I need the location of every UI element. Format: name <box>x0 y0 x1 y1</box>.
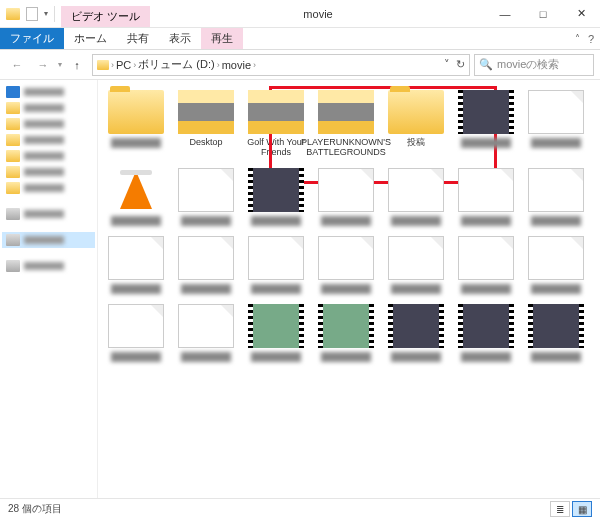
folder-icon <box>178 90 234 134</box>
document-icon <box>108 236 164 280</box>
video-item[interactable] <box>452 302 520 364</box>
ribbon-expand-icon[interactable]: ˄ <box>575 33 580 44</box>
item-label <box>461 216 511 226</box>
document-icon <box>528 168 584 212</box>
video-item[interactable] <box>312 302 380 364</box>
app-item[interactable] <box>102 166 170 228</box>
folder-item[interactable]: Desktop <box>172 88 240 160</box>
file-grid[interactable]: DesktopGolf With Your FriendsPLAYERUNKNO… <box>98 80 600 498</box>
tree-item[interactable] <box>2 132 95 148</box>
file-item[interactable] <box>522 88 590 160</box>
item-label <box>321 352 371 362</box>
file-item[interactable] <box>522 166 590 228</box>
video-thumb-icon <box>458 90 514 134</box>
breadcrumb-pc[interactable]: PC <box>116 59 131 71</box>
address-bar[interactable]: › PC › ボリューム (D:) › movie › ˅ ↻ <box>92 54 470 76</box>
view-details-button[interactable]: ≣ <box>550 501 570 517</box>
video-thumb-icon <box>528 304 584 348</box>
navbar: ← → ▾ ↑ › PC › ボリューム (D:) › movie › ˅ ↻ … <box>0 50 600 80</box>
document-icon <box>388 168 444 212</box>
tab-share[interactable]: 共有 <box>117 28 159 49</box>
minimize-button[interactable]: — <box>486 0 524 28</box>
file-item[interactable] <box>312 166 380 228</box>
chevron-right-icon[interactable]: › <box>133 60 136 70</box>
video-thumb-icon <box>388 304 444 348</box>
item-label <box>531 216 581 226</box>
file-item[interactable] <box>102 234 170 296</box>
tree-item[interactable] <box>2 116 95 132</box>
chevron-right-icon[interactable]: › <box>253 60 256 70</box>
item-label <box>531 352 581 362</box>
file-item[interactable] <box>242 234 310 296</box>
file-item[interactable] <box>452 234 520 296</box>
back-button[interactable]: ← <box>6 54 28 76</box>
ribbon: ファイル ホーム 共有 表示 再生 ˄ ? <box>0 28 600 50</box>
file-item[interactable] <box>522 234 590 296</box>
window-title: movie <box>150 8 486 20</box>
maximize-button[interactable]: □ <box>524 0 562 28</box>
folder-item[interactable]: 投稿 <box>382 88 450 160</box>
file-item[interactable] <box>382 234 450 296</box>
item-label: 投稿 <box>407 138 425 148</box>
video-item[interactable] <box>242 166 310 228</box>
chevron-right-icon[interactable]: › <box>111 60 114 70</box>
tab-playback[interactable]: 再生 <box>201 28 243 49</box>
star-icon <box>6 86 20 98</box>
folder-icon <box>6 150 20 162</box>
history-dropdown-icon[interactable]: ▾ <box>58 60 62 69</box>
breadcrumb-volume[interactable]: ボリューム (D:) <box>138 57 214 72</box>
tree-item[interactable] <box>2 100 95 116</box>
item-label <box>391 352 441 362</box>
item-label <box>461 352 511 362</box>
tab-view[interactable]: 表示 <box>159 28 201 49</box>
video-thumb-icon <box>318 304 374 348</box>
item-label <box>111 352 161 362</box>
chevron-right-icon[interactable]: › <box>217 60 220 70</box>
folder-icon <box>6 118 20 130</box>
item-label <box>181 216 231 226</box>
file-item[interactable] <box>382 166 450 228</box>
folder-icon <box>388 90 444 134</box>
video-item[interactable] <box>522 302 590 364</box>
qat-properties-icon[interactable] <box>26 7 38 21</box>
video-item[interactable] <box>382 302 450 364</box>
close-button[interactable]: ✕ <box>562 0 600 28</box>
folder-item[interactable] <box>102 88 170 160</box>
tree-item[interactable] <box>2 164 95 180</box>
tab-home[interactable]: ホーム <box>64 28 117 49</box>
qat-dropdown-icon[interactable]: ▾ <box>44 9 48 18</box>
file-item[interactable] <box>452 166 520 228</box>
item-label <box>321 216 371 226</box>
file-item[interactable] <box>172 166 240 228</box>
tree-item[interactable] <box>2 148 95 164</box>
tab-file[interactable]: ファイル <box>0 28 64 49</box>
up-button[interactable]: ↑ <box>66 54 88 76</box>
document-icon <box>458 236 514 280</box>
folder-item[interactable]: PLAYERUNKNOWN'S BATTLEGROUNDS <box>312 88 380 160</box>
address-dropdown-icon[interactable]: ˅ <box>444 58 450 71</box>
tree-item-selected[interactable] <box>2 232 95 248</box>
file-item[interactable] <box>312 234 380 296</box>
file-item[interactable] <box>172 234 240 296</box>
video-item[interactable] <box>452 88 520 160</box>
file-item[interactable] <box>102 302 170 364</box>
nav-tree[interactable] <box>0 80 98 498</box>
breadcrumb-movie[interactable]: movie <box>222 59 251 71</box>
search-icon: 🔍 <box>479 58 493 71</box>
tree-quick-access[interactable] <box>2 84 95 100</box>
help-icon[interactable]: ? <box>588 33 594 45</box>
view-icons-button[interactable]: ▦ <box>572 501 592 517</box>
tree-item[interactable] <box>2 258 95 274</box>
tree-item[interactable] <box>2 180 95 196</box>
drive-icon <box>6 208 20 220</box>
document-icon <box>178 304 234 348</box>
forward-button[interactable]: → <box>32 54 54 76</box>
folder-item[interactable]: Golf With Your Friends <box>242 88 310 160</box>
tree-item[interactable] <box>2 206 95 222</box>
file-item[interactable] <box>172 302 240 364</box>
search-input[interactable]: 🔍 movieの検索 <box>474 54 594 76</box>
item-count: 28 個の項目 <box>8 502 62 516</box>
video-item[interactable] <box>242 302 310 364</box>
refresh-icon[interactable]: ↻ <box>456 58 465 71</box>
folder-icon <box>6 166 20 178</box>
